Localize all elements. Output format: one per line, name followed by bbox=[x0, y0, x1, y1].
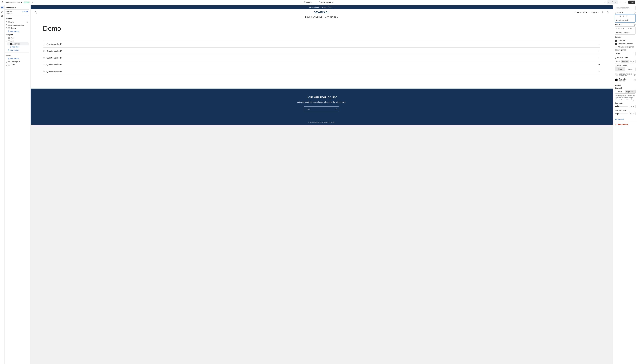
section-announcement-bar[interactable]: Announcement bar bbox=[5, 24, 29, 26]
block-icon: A bbox=[10, 43, 12, 45]
accordion-item-5[interactable]: 5.Question asked?+ bbox=[43, 68, 600, 75]
page-dropdown[interactable]: Default page bbox=[318, 1, 333, 4]
ai-button[interactable] bbox=[616, 27, 618, 30]
search-button[interactable] bbox=[34, 11, 37, 14]
scheme-dropdown[interactable]: Default bbox=[304, 1, 314, 4]
question-5-label: Question 5 bbox=[615, 12, 623, 14]
width-fluid[interactable]: Fluid bbox=[615, 90, 625, 94]
desktop-view-button[interactable] bbox=[608, 1, 611, 4]
add-section-footer[interactable]: Add section bbox=[5, 57, 29, 60]
answer-5-editor[interactable]: Aa B I Answer goes here. bbox=[615, 26, 636, 34]
save-button[interactable]: Save bbox=[628, 0, 635, 4]
question-5-editor[interactable]: B I Question asked? bbox=[615, 14, 636, 22]
svg-rect-8 bbox=[612, 2, 613, 3]
dynamic-source-button[interactable] bbox=[634, 74, 636, 76]
preview-page-link[interactable]: Demo bbox=[5, 12, 29, 16]
dynamic-source-button[interactable] bbox=[634, 12, 636, 14]
inspector-toggle[interactable] bbox=[603, 0, 606, 4]
undo-button[interactable] bbox=[618, 0, 622, 4]
mobile-view-button[interactable] bbox=[611, 1, 614, 4]
cart-button[interactable] bbox=[606, 11, 609, 14]
block-accordion[interactable]: A Accordion bbox=[7, 42, 29, 46]
section-apps-template[interactable]: Apps bbox=[5, 40, 29, 42]
accordion-item-3[interactable]: 3.Question asked?+ bbox=[43, 54, 600, 61]
answer-4-field[interactable]: Answer goes here. bbox=[615, 6, 636, 10]
plus-icon: + bbox=[598, 70, 600, 73]
link-button[interactable] bbox=[628, 27, 629, 30]
symbol-plus[interactable]: Plus bbox=[615, 68, 625, 71]
bullet-list-button[interactable] bbox=[630, 27, 632, 30]
country-selector[interactable]: Greece | EUR € bbox=[575, 11, 589, 13]
question-5-label-row: Question 5 bbox=[615, 12, 636, 14]
language-selector[interactable]: English bbox=[592, 11, 599, 13]
spacing-bottom-slider[interactable] bbox=[615, 114, 628, 114]
header-group-label: Header bbox=[5, 17, 29, 20]
checkbox-unchecked-icon bbox=[615, 46, 617, 48]
section-email-signup[interactable]: Email signup bbox=[5, 60, 29, 63]
number-list-button[interactable] bbox=[633, 27, 635, 30]
more-actions-button[interactable] bbox=[32, 2, 35, 3]
section-page[interactable]: Page bbox=[5, 36, 29, 40]
italic-button[interactable]: I bbox=[622, 15, 625, 18]
section-footer[interactable]: Footer bbox=[5, 63, 29, 66]
checkbox-checked-icon bbox=[615, 40, 617, 42]
link-button[interactable] bbox=[626, 15, 628, 18]
bold-button[interactable]: B bbox=[622, 27, 624, 30]
plus-icon: + bbox=[598, 63, 600, 66]
size-medium[interactable]: Medium bbox=[621, 60, 629, 63]
allow-multiple-checkbox[interactable]: Allow multiple opened bbox=[615, 45, 636, 48]
spacing-top-slider[interactable] bbox=[615, 106, 628, 107]
site-logo[interactable]: SEAPIXEL bbox=[314, 11, 330, 14]
nav-demo-catalogue[interactable]: DEMO CATALOGUE bbox=[305, 16, 322, 18]
show-index-checkbox[interactable]: Show index numbers bbox=[615, 42, 636, 45]
accordion-item-2[interactable]: 2.Question asked?+ bbox=[43, 48, 600, 54]
remove-block-button[interactable]: Remove block bbox=[614, 122, 637, 127]
color-swatch bbox=[615, 73, 618, 76]
add-section-header[interactable]: Add section bbox=[5, 30, 29, 33]
exit-editor-button[interactable] bbox=[2, 1, 4, 4]
account-button[interactable] bbox=[602, 11, 604, 14]
answer-5-input[interactable]: Answer goes here. bbox=[615, 30, 636, 34]
svg-rect-23 bbox=[8, 37, 10, 38]
add-section-template[interactable]: Add section bbox=[5, 48, 29, 52]
section-apps-header[interactable]: Apps bbox=[5, 20, 29, 24]
add-block-button[interactable]: Add block bbox=[9, 46, 29, 48]
symbol-arrow[interactable]: Arrow bbox=[625, 68, 636, 71]
editor-toolbar: B I bbox=[615, 14, 636, 18]
theme-settings-tab[interactable] bbox=[0, 10, 4, 14]
accordion-item-1[interactable]: 1.Question asked?+ bbox=[43, 41, 600, 48]
ai-button[interactable] bbox=[616, 15, 618, 18]
dynamic-source-button[interactable] bbox=[634, 79, 636, 81]
default-opened-select[interactable]: None bbox=[615, 52, 636, 56]
chevron-down-icon bbox=[598, 11, 599, 13]
fullscreen-button[interactable] bbox=[614, 1, 618, 4]
manage-app-link[interactable]: Manage app bbox=[615, 118, 624, 120]
spacing-bottom-input[interactable]: 12px bbox=[629, 112, 636, 116]
width-page[interactable]: Page width bbox=[625, 90, 636, 94]
accordion-item-4[interactable]: 4.Question asked?+ bbox=[43, 61, 600, 68]
dynamic-source-button[interactable] bbox=[634, 24, 636, 26]
announcement-bar[interactable]: Introducing Our Newest Apps bbox=[30, 5, 613, 9]
text-color-row[interactable]: Text color #000000 bbox=[615, 77, 636, 82]
svg-rect-18 bbox=[8, 22, 10, 22]
spacing-top-input[interactable]: 12px bbox=[629, 105, 636, 108]
spacing-bottom-row: 12px bbox=[615, 112, 636, 116]
bg-color-row[interactable]: Background color Transparent bbox=[615, 72, 636, 77]
nav-app-demos[interactable]: APP DEMOS bbox=[325, 16, 338, 18]
apps-tab[interactable] bbox=[0, 14, 4, 18]
size-large[interactable]: Large bbox=[629, 60, 636, 63]
size-small[interactable]: Small bbox=[615, 60, 621, 63]
paragraph-dropdown[interactable]: Aa bbox=[618, 27, 622, 30]
italic-button[interactable]: I bbox=[625, 27, 627, 30]
change-preview-link[interactable]: Change bbox=[22, 11, 28, 12]
animation-checkbox[interactable]: Animation bbox=[615, 39, 636, 42]
top-bar: Sense - Main Theme Live Default Default … bbox=[0, 0, 637, 5]
footer-group-label: Footer bbox=[5, 54, 29, 57]
bold-button[interactable]: B bbox=[619, 15, 622, 18]
redo-button[interactable] bbox=[623, 0, 627, 4]
question-5-input[interactable]: Question asked? bbox=[615, 18, 636, 22]
section-header[interactable]: Header bbox=[5, 26, 29, 30]
sections-tab[interactable] bbox=[0, 6, 4, 9]
hidden-icon[interactable] bbox=[26, 21, 28, 23]
email-signup-input[interactable]: Email bbox=[304, 106, 340, 112]
